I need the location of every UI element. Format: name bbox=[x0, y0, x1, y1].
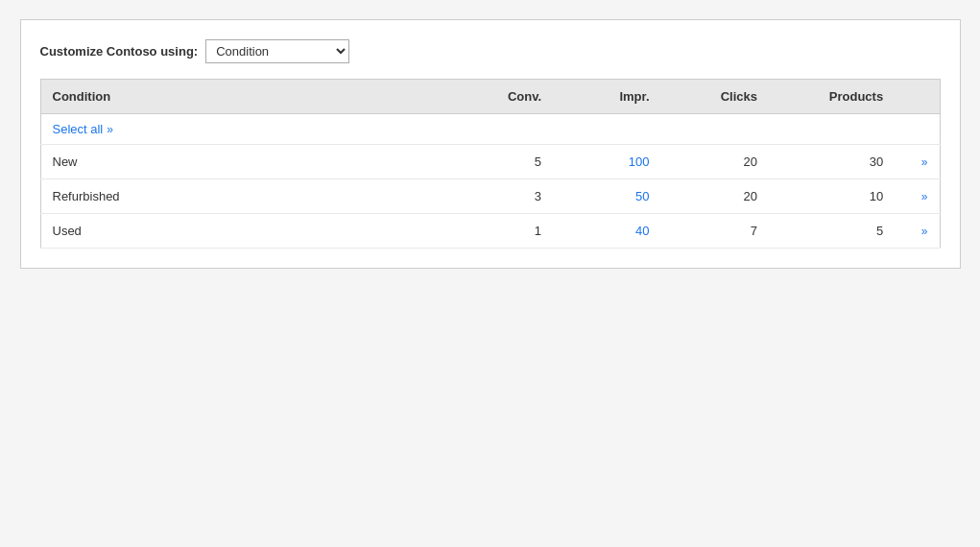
top-bar: Customize Contoso using: Condition Brand… bbox=[40, 39, 941, 63]
col-header-impr: Impr. bbox=[553, 80, 660, 114]
cell-impr-refurbished: 50 bbox=[553, 179, 660, 214]
cell-condition-refurbished: Refurbished bbox=[40, 179, 445, 214]
col-header-conv: Conv. bbox=[445, 80, 553, 114]
row-chevron-icon-refurbished[interactable]: » bbox=[921, 190, 928, 203]
col-header-clicks: Clicks bbox=[661, 80, 769, 114]
table-header-row: Condition Conv. Impr. Clicks Products bbox=[40, 80, 940, 114]
cell-products-used: 5 bbox=[769, 214, 895, 249]
table-row: New 5 100 20 30 » bbox=[40, 145, 940, 179]
cell-clicks-new: 20 bbox=[661, 145, 769, 179]
cell-actions-new[interactable]: » bbox=[895, 145, 940, 179]
col-header-actions bbox=[895, 80, 940, 114]
row-chevron-icon-new[interactable]: » bbox=[921, 155, 928, 169]
cell-actions-used[interactable]: » bbox=[895, 214, 940, 249]
select-all-link[interactable]: Select all » bbox=[53, 122, 113, 136]
cell-impr-new: 100 bbox=[553, 145, 660, 179]
cell-impr-used: 40 bbox=[553, 214, 660, 249]
cell-condition-new: New bbox=[40, 145, 445, 179]
select-all-chevron-icon: » bbox=[107, 123, 113, 136]
cell-conv-used: 1 bbox=[445, 214, 553, 249]
cell-clicks-used: 7 bbox=[661, 214, 769, 249]
cell-conv-refurbished: 3 bbox=[445, 179, 553, 214]
cell-condition-used: Used bbox=[40, 214, 445, 249]
customize-select[interactable]: Condition Brand Category Item ID bbox=[205, 39, 349, 63]
data-table: Condition Conv. Impr. Clicks Products bbox=[40, 79, 941, 249]
table-row: Refurbished 3 50 20 10 » bbox=[40, 179, 940, 214]
cell-products-new: 30 bbox=[769, 145, 895, 179]
row-chevron-icon-used[interactable]: » bbox=[921, 225, 928, 238]
page-container: Customize Contoso using: Condition Brand… bbox=[20, 19, 961, 269]
cell-clicks-refurbished: 20 bbox=[661, 179, 769, 214]
customize-label: Customize Contoso using: bbox=[40, 44, 199, 59]
col-header-products: Products bbox=[769, 80, 895, 114]
select-all-row: Select all » bbox=[40, 114, 940, 145]
col-header-condition: Condition bbox=[40, 80, 445, 114]
cell-conv-new: 5 bbox=[445, 145, 553, 179]
cell-products-refurbished: 10 bbox=[769, 179, 895, 214]
table-row: Used 1 40 7 5 » bbox=[40, 214, 940, 249]
cell-actions-refurbished[interactable]: » bbox=[895, 179, 940, 214]
